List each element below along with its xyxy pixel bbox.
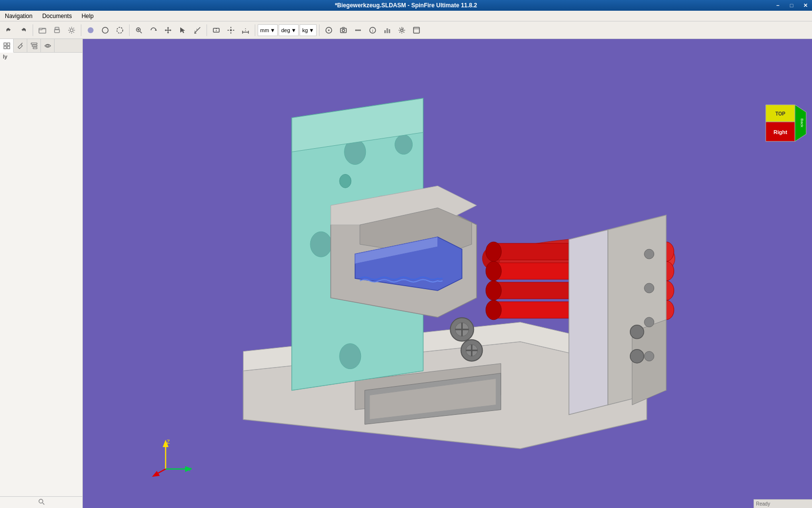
mm-dropdown[interactable]: mm ▼ <box>258 24 278 36</box>
svg-point-55 <box>47 45 49 47</box>
panel-tab-grid[interactable] <box>0 39 14 53</box>
svg-point-32 <box>328 29 329 31</box>
panel-content <box>0 60 82 496</box>
svg-marker-12 <box>167 27 169 28</box>
search-icon[interactable] <box>38 498 45 507</box>
panel-tab-eye[interactable] <box>41 39 55 53</box>
svg-marker-15 <box>170 29 171 31</box>
deg-dropdown[interactable]: deg ▼ <box>279 24 299 36</box>
svg-rect-52 <box>31 43 37 44</box>
sep3 <box>129 24 130 36</box>
panel-tabs <box>0 39 82 53</box>
viewport[interactable]: User View (1) <box>83 39 812 508</box>
sep4 <box>207 24 207 36</box>
svg-rect-41 <box>384 30 386 33</box>
hidden-lines-button[interactable] <box>113 23 127 37</box>
maximize-button[interactable]: □ <box>785 0 798 11</box>
dimension-button[interactable] <box>239 23 252 37</box>
svg-point-99 <box>644 317 654 327</box>
window-button[interactable] <box>410 23 423 37</box>
pan-button[interactable] <box>161 23 175 37</box>
svg-point-89 <box>486 281 501 300</box>
toolbar: mm ▼ deg ▼ kg ▼ i <box>0 21 812 39</box>
undo-button[interactable] <box>2 23 16 37</box>
coord-button[interactable] <box>322 23 336 37</box>
menu-help[interactable]: Help <box>76 11 98 21</box>
svg-point-68 <box>395 135 413 155</box>
svg-rect-45 <box>414 27 419 33</box>
settings-button[interactable] <box>65 23 78 37</box>
svg-rect-49 <box>4 46 6 49</box>
svg-line-57 <box>42 503 44 505</box>
svg-line-51 <box>21 43 22 44</box>
wireframe-button[interactable] <box>98 23 112 37</box>
svg-line-8 <box>140 31 142 33</box>
menu-navigation[interactable]: Navigation <box>0 11 38 21</box>
minimize-button[interactable]: − <box>771 0 785 11</box>
kg-dropdown[interactable]: kg ▼ <box>300 24 317 36</box>
svg-point-66 <box>310 232 332 257</box>
svg-point-98 <box>644 283 654 293</box>
panel-search[interactable] <box>0 496 82 508</box>
info-button[interactable]: i <box>366 23 379 37</box>
svg-rect-42 <box>386 28 388 33</box>
gear-button[interactable] <box>395 23 409 37</box>
svg-marker-14 <box>165 29 166 31</box>
svg-point-102 <box>630 350 644 363</box>
chart-button[interactable] <box>380 23 394 37</box>
redo-button[interactable] <box>17 23 30 37</box>
rotate-button[interactable] <box>147 23 160 37</box>
svg-point-97 <box>644 249 654 259</box>
svg-text:Back: Back <box>800 118 804 128</box>
svg-marker-13 <box>167 32 169 34</box>
print-button[interactable] <box>50 23 64 37</box>
svg-text:Y: Y <box>188 467 192 472</box>
camera-button[interactable] <box>337 23 350 37</box>
titlebar-controls: − □ ✕ <box>771 0 812 11</box>
ruler-button[interactable] <box>351 23 365 37</box>
svg-rect-54 <box>33 47 37 49</box>
panel-tab-tree[interactable] <box>27 39 41 53</box>
svg-point-83 <box>486 242 501 261</box>
svg-point-67 <box>340 344 361 369</box>
svg-text:i: i <box>372 28 373 33</box>
sep5 <box>255 24 255 36</box>
deg-label: deg <box>281 27 290 33</box>
close-button[interactable]: ✕ <box>798 0 812 11</box>
shaded-button[interactable] <box>84 23 97 37</box>
svg-point-86 <box>486 261 501 281</box>
svg-text:TOP: TOP <box>775 111 786 117</box>
sep6 <box>319 24 320 36</box>
statusbar: Ready <box>754 499 812 508</box>
svg-text:Z: Z <box>167 439 170 445</box>
zoom-button[interactable] <box>132 23 146 37</box>
main-area: ly User View (1) <box>0 39 812 508</box>
sep2 <box>81 24 81 36</box>
select-button[interactable] <box>176 23 189 37</box>
svg-point-6 <box>117 27 123 33</box>
svg-point-92 <box>486 300 501 320</box>
svg-rect-53 <box>32 45 37 47</box>
measure-button[interactable] <box>190 23 204 37</box>
menu-documents[interactable]: Documents <box>38 11 77 21</box>
svg-point-101 <box>630 325 644 339</box>
svg-line-16 <box>194 27 200 33</box>
panel-tab-edit[interactable] <box>14 39 27 53</box>
kg-arrow-icon: ▼ <box>309 27 314 33</box>
axis-indicator: Z Y <box>151 435 195 479</box>
status-text: Ready <box>756 501 770 507</box>
svg-point-22 <box>230 29 232 31</box>
open-button[interactable] <box>36 23 49 37</box>
explode-button[interactable] <box>224 23 238 37</box>
svg-point-5 <box>102 27 108 33</box>
svg-point-65 <box>340 174 351 188</box>
svg-rect-50 <box>7 46 10 49</box>
orientation-cube[interactable]: TOP Right Back <box>754 95 807 149</box>
sep1 <box>33 24 33 36</box>
svg-rect-47 <box>4 43 6 45</box>
svg-point-56 <box>39 499 43 503</box>
svg-point-44 <box>400 29 403 31</box>
section-button[interactable] <box>209 23 223 37</box>
svg-rect-43 <box>389 29 390 33</box>
left-panel: ly <box>0 39 83 508</box>
